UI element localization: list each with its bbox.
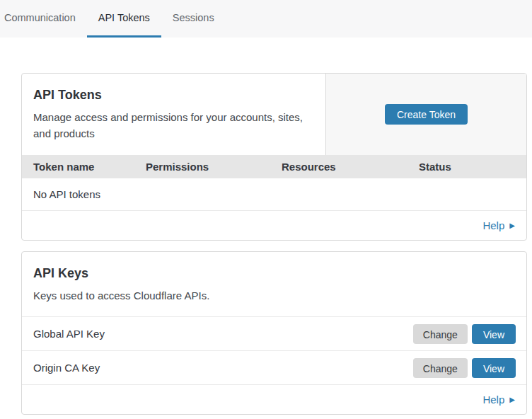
api-tokens-card-header-text: API Tokens Manage access and permissions… (22, 74, 325, 155)
tab-bar: Communication API Tokens Sessions (0, 0, 532, 38)
api-keys-card-header: API Keys Keys used to access Cloudflare … (22, 252, 526, 316)
api-keys-card: API Keys Keys used to access Cloudflare … (21, 251, 527, 415)
column-header-resources: Resources (282, 161, 419, 173)
key-actions: Change View (413, 358, 516, 378)
help-arrow-icon: ▶ (509, 222, 515, 229)
api-tokens-card-header: API Tokens Manage access and permissions… (22, 74, 526, 155)
change-origin-ca-key-button[interactable]: Change (413, 358, 468, 378)
key-row-origin-ca-key: Origin CA Key Change View (22, 350, 526, 384)
create-token-panel: Create Token (325, 74, 526, 155)
tokens-help-label: Help (482, 219, 504, 231)
create-token-button[interactable]: Create Token (385, 104, 468, 125)
keys-help-row: Help ▶ (22, 384, 526, 414)
keys-help-link[interactable]: Help ▶ (482, 394, 515, 406)
tokens-empty-state: No API tokens (22, 178, 526, 210)
tokens-table-header: Token name Permissions Resources Status (22, 155, 526, 178)
column-header-token-name: Token name (22, 161, 146, 173)
api-keys-description: Keys used to access Cloudflare APIs. (33, 287, 515, 304)
key-label: Origin CA Key (33, 362, 100, 374)
tokens-help-row: Help ▶ (22, 210, 526, 240)
column-header-status: Status (419, 161, 526, 173)
key-label: Global API Key (33, 328, 105, 340)
api-tokens-description: Manage access and permissions for your a… (33, 109, 314, 142)
tab-api-tokens[interactable]: API Tokens (87, 0, 161, 38)
api-tokens-card: API Tokens Manage access and permissions… (21, 73, 527, 241)
api-keys-title: API Keys (33, 265, 515, 282)
tab-communication[interactable]: Communication (0, 0, 87, 38)
column-header-permissions: Permissions (146, 161, 282, 173)
tab-sessions[interactable]: Sessions (161, 0, 226, 38)
view-origin-ca-key-button[interactable]: View (472, 358, 516, 378)
key-actions: Change View (413, 324, 516, 344)
main-content: API Tokens Manage access and permissions… (21, 73, 527, 415)
api-tokens-title: API Tokens (33, 86, 314, 103)
view-global-api-key-button[interactable]: View (472, 324, 516, 344)
key-row-global-api-key: Global API Key Change View (22, 316, 526, 350)
keys-help-label: Help (482, 394, 504, 406)
tokens-help-link[interactable]: Help ▶ (482, 219, 515, 231)
change-global-api-key-button[interactable]: Change (413, 324, 468, 344)
help-arrow-icon: ▶ (509, 396, 515, 403)
